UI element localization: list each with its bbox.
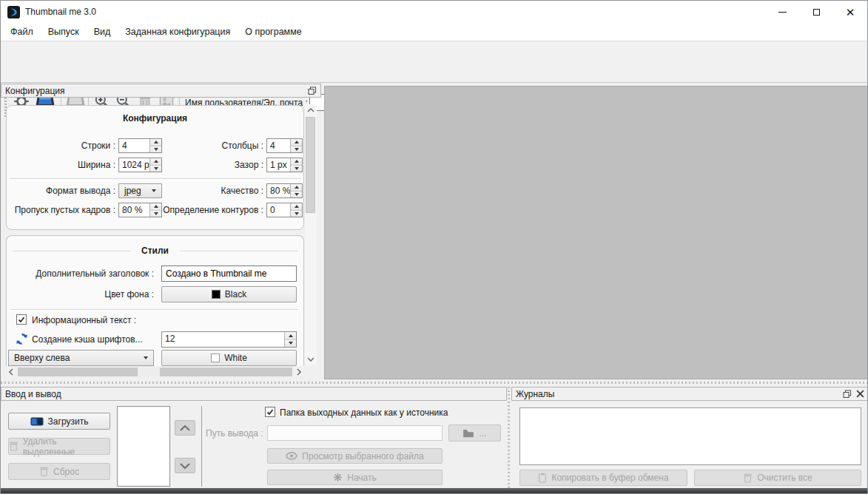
width-spinner[interactable]: 1024 px bbox=[118, 158, 162, 172]
config-hscrollbar[interactable] bbox=[6, 367, 304, 377]
config-group-heading: Конфигурация bbox=[6, 113, 304, 124]
scroll-up-icon[interactable] bbox=[305, 104, 317, 116]
float-panel-icon[interactable] bbox=[843, 390, 852, 399]
same-as-source-checkbox[interactable] bbox=[265, 407, 275, 417]
skip-blank-spinner[interactable]: 80 % bbox=[118, 203, 162, 217]
info-text-checkbox[interactable] bbox=[16, 314, 27, 325]
reset-button-label: Сброс bbox=[53, 467, 79, 477]
edge-detect-spinner[interactable]: 0 bbox=[266, 203, 303, 217]
width-label: Ширина : bbox=[12, 160, 115, 170]
film-icon bbox=[30, 417, 44, 426]
io-panel-title: Ввод и вывод bbox=[5, 389, 61, 399]
folder-icon bbox=[462, 429, 474, 438]
output-path-input[interactable] bbox=[267, 425, 443, 441]
font-size-spinner[interactable]: 12 bbox=[161, 331, 297, 348]
copy-to-clipboard-button[interactable]: Копировать в буфер обмена bbox=[519, 470, 687, 486]
clear-all-button[interactable]: Очистить все bbox=[694, 470, 861, 486]
text-color-button[interactable]: White bbox=[161, 350, 297, 366]
checkmark-icon bbox=[18, 316, 25, 323]
bg-color-button[interactable]: Black bbox=[161, 286, 297, 302]
refresh-icon bbox=[16, 333, 28, 345]
preview-file-label: Просмотр выбранного файла bbox=[302, 451, 423, 461]
hscroll-thumb[interactable] bbox=[138, 368, 160, 376]
font-size-value: 12 bbox=[162, 332, 284, 347]
preview-file-button[interactable]: Просмотр выбранного файла bbox=[267, 448, 443, 464]
rows-spinner[interactable]: 4 bbox=[118, 138, 162, 153]
output-format-combo[interactable]: jpeg bbox=[118, 183, 162, 198]
io-panel-header: Ввод и вывод bbox=[1, 387, 507, 401]
quality-label: Качество : bbox=[167, 186, 263, 196]
separator bbox=[10, 178, 301, 179]
rows-label: Строки : bbox=[12, 141, 115, 151]
trash-icon bbox=[39, 466, 49, 477]
width-value: 1024 px bbox=[119, 158, 149, 172]
extra-title-input[interactable] bbox=[161, 265, 297, 282]
chevron-down-icon bbox=[180, 463, 190, 469]
font-cache-label: Создание кэша шрифтов... bbox=[32, 334, 143, 345]
horizontal-splitter[interactable] bbox=[1, 379, 868, 387]
vscroll-thumb[interactable] bbox=[306, 117, 315, 213]
quality-value: 80 % bbox=[267, 184, 290, 197]
separator bbox=[11, 309, 298, 310]
file-list[interactable] bbox=[117, 406, 170, 487]
menu-about[interactable]: О программе bbox=[238, 24, 309, 40]
menu-preset-config[interactable]: Заданная конфигурация bbox=[118, 24, 238, 40]
bg-color-label: Цвет фона : bbox=[12, 289, 154, 300]
menu-view[interactable]: Вид bbox=[87, 24, 118, 40]
move-up-button[interactable] bbox=[175, 420, 195, 436]
gap-spinner[interactable]: 1 px bbox=[266, 158, 303, 172]
chevron-up-icon bbox=[180, 425, 190, 431]
chevron-down-icon bbox=[152, 189, 156, 192]
load-button[interactable]: Загрузить bbox=[8, 413, 110, 430]
text-position-combo[interactable]: Вверху слева bbox=[8, 350, 154, 366]
clear-all-label: Очистить все bbox=[757, 473, 812, 483]
scroll-down-icon[interactable] bbox=[305, 353, 317, 365]
separator bbox=[180, 251, 298, 251]
reset-button[interactable]: Сброс bbox=[8, 463, 110, 480]
preview-area bbox=[324, 86, 868, 379]
config-vscrollbar[interactable] bbox=[305, 104, 317, 365]
config-panel-title: Конфигурация bbox=[5, 86, 65, 96]
io-divider bbox=[201, 406, 202, 487]
maximize-button[interactable] bbox=[799, 1, 833, 23]
browse-button[interactable]: ... bbox=[448, 424, 501, 441]
columns-spinner[interactable]: 4 bbox=[266, 138, 303, 153]
logs-panel-header: Журналы bbox=[511, 387, 868, 401]
spark-icon bbox=[333, 473, 343, 482]
maximize-icon bbox=[813, 9, 820, 16]
same-as-source-label: Папка выходных данных как у источника bbox=[280, 407, 448, 418]
text-position-value: Вверху слева bbox=[14, 353, 144, 363]
close-button[interactable]: ✕ bbox=[833, 1, 867, 23]
edge-detect-value: 0 bbox=[267, 203, 290, 217]
move-down-button[interactable] bbox=[175, 458, 195, 473]
gap-value: 1 px bbox=[267, 158, 290, 172]
scroll-left-icon[interactable] bbox=[6, 367, 16, 377]
close-icon: ✕ bbox=[846, 7, 855, 18]
browse-button-label: ... bbox=[479, 428, 486, 439]
rows-value: 4 bbox=[119, 139, 149, 152]
vertical-splitter[interactable] bbox=[507, 387, 511, 489]
delete-selected-label: Удалить выделенные bbox=[23, 436, 110, 457]
start-button-label: Начать bbox=[347, 473, 377, 483]
app-window: Thumbnail me 3.0 ✕ Файл Выпуск Вид Задан… bbox=[0, 0, 868, 494]
minimize-button[interactable] bbox=[765, 1, 799, 23]
trash-icon bbox=[9, 441, 18, 452]
menu-file[interactable]: Файл bbox=[3, 24, 41, 40]
scroll-right-icon[interactable] bbox=[294, 367, 304, 377]
extra-title-label: Дополнительный заголовок : bbox=[12, 268, 154, 279]
logs-panel-title: Журналы bbox=[516, 389, 554, 399]
copy-button-label: Копировать в буфер обмена bbox=[551, 473, 668, 483]
menu-release[interactable]: Выпуск bbox=[41, 24, 87, 40]
text-color-value: White bbox=[224, 353, 247, 363]
output-format-label: Формат вывода : bbox=[12, 186, 115, 196]
toolbar: Имя пользователя/Эл. почта : Пароль : За… bbox=[1, 41, 867, 83]
float-panel-icon[interactable] bbox=[308, 87, 317, 95]
quality-spinner[interactable]: 80 % bbox=[266, 183, 303, 198]
delete-selected-button[interactable]: Удалить выделенные bbox=[8, 438, 110, 455]
window-title: Thumbnail me 3.0 bbox=[25, 7, 96, 17]
trash-icon bbox=[743, 473, 753, 484]
close-panel-icon[interactable] bbox=[856, 390, 864, 398]
eye-icon bbox=[286, 452, 297, 460]
start-button[interactable]: Начать bbox=[267, 470, 443, 485]
hscroll-track[interactable] bbox=[18, 368, 292, 376]
